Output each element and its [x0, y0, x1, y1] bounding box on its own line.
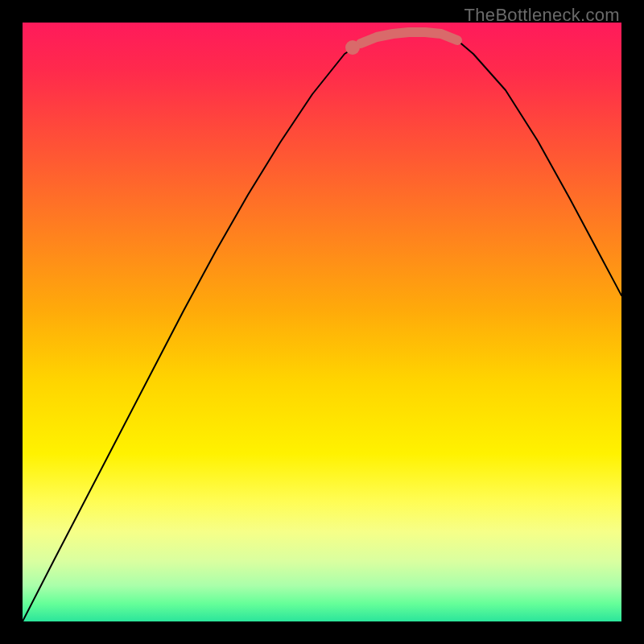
plot-area [23, 23, 621, 621]
series-main-curve [23, 32, 621, 621]
series-highlight-segment [361, 32, 457, 43]
chart-svg [23, 23, 621, 621]
chart-frame: TheBottleneck.com [0, 0, 644, 644]
series-highlight-dot-point [345, 40, 360, 55]
